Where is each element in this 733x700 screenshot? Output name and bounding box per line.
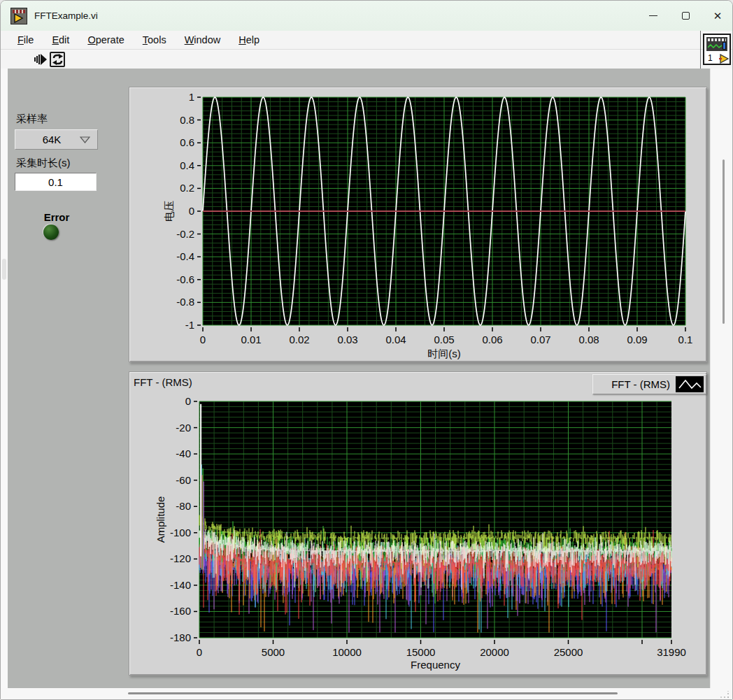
sample-rate-dropdown[interactable]: 64K — [15, 129, 98, 150]
svg-text:0.6: 0.6 — [180, 136, 194, 148]
svg-text:1: 1 — [189, 91, 194, 103]
run-continuously-icon — [52, 54, 64, 65]
svg-text:-0.6: -0.6 — [176, 273, 194, 285]
error-led[interactable] — [43, 224, 59, 240]
titlebar[interactable]: FFTExample.vi ✕ — [1, 1, 733, 31]
fft-chart-svg: 0-20-40-60-80-100-120-140-160-1800500010… — [129, 372, 708, 676]
svg-text:0.06: 0.06 — [482, 334, 502, 345]
svg-text:-180: -180 — [170, 631, 191, 643]
svg-text:-1: -1 — [185, 319, 194, 331]
chevron-down-icon — [80, 136, 90, 143]
svg-text:0.07: 0.07 — [530, 334, 550, 345]
menu-file[interactable]: File — [10, 32, 41, 48]
resize-grip[interactable] — [720, 691, 730, 699]
labview-vi-icon — [10, 8, 27, 24]
svg-text:-20: -20 — [176, 422, 191, 434]
sample-rate-label: 采样率 — [16, 113, 48, 126]
run-button[interactable] — [33, 52, 48, 67]
svg-text:25000: 25000 — [554, 646, 583, 658]
minimize-button[interactable] — [637, 1, 669, 31]
run-continuously-button[interactable] — [50, 52, 65, 67]
time-chart-y-axis-title: 电压 — [163, 201, 176, 222]
panel-page-number: 1 — [708, 53, 713, 63]
window-buttons: ✕ — [637, 1, 733, 31]
svg-text:0: 0 — [185, 395, 191, 407]
duration-input[interactable]: 0.1 — [15, 173, 97, 191]
front-panel: 采样率 64K 采集时长(s) 0.1 Error 10.80.60.40.20… — [8, 69, 710, 688]
svg-text:-100: -100 — [170, 527, 191, 538]
svg-text:-120: -120 — [170, 552, 191, 564]
svg-text:0.1: 0.1 — [678, 334, 693, 345]
toolbar — [1, 50, 733, 69]
minimize-icon — [649, 15, 657, 17]
svg-text:0.05: 0.05 — [434, 334, 454, 345]
time-chart[interactable]: 10.80.60.40.20-0.2-0.4-0.6-0.8-100.010.0… — [129, 87, 707, 362]
svg-text:0.4: 0.4 — [180, 159, 194, 171]
svg-text:0.01: 0.01 — [241, 334, 261, 345]
panel-run-arrow-icon — [719, 54, 730, 64]
svg-text:10000: 10000 — [332, 646, 362, 658]
sample-rate-value: 64K — [15, 134, 80, 145]
panel-icon-trace — [708, 43, 723, 50]
menu-edit[interactable]: Edit — [45, 32, 76, 48]
svg-text:-80: -80 — [176, 500, 191, 512]
vi-icon-arrow — [13, 13, 25, 23]
svg-text:0.2: 0.2 — [180, 182, 194, 194]
left-scroll-thumb[interactable] — [2, 259, 6, 280]
close-button[interactable]: ✕ — [702, 1, 733, 31]
svg-text:15000: 15000 — [406, 646, 436, 658]
front-panel-icon[interactable]: 1 — [703, 34, 731, 65]
menu-tools[interactable]: Tools — [136, 32, 173, 48]
panel-icon-slider — [723, 42, 726, 50]
svg-text:-40: -40 — [176, 448, 191, 459]
error-label: Error — [8, 211, 106, 223]
svg-text:5000: 5000 — [262, 646, 285, 658]
time-chart-svg: 10.80.60.40.20-0.2-0.4-0.6-0.8-100.010.0… — [129, 87, 708, 363]
toolbar-separator — [700, 31, 701, 69]
svg-text:0.08: 0.08 — [578, 334, 599, 345]
maximize-button[interactable] — [669, 1, 702, 31]
maximize-icon — [682, 12, 690, 20]
menu-operate[interactable]: Operate — [80, 32, 131, 48]
svg-text:-160: -160 — [170, 605, 191, 617]
menu-window[interactable]: Window — [178, 32, 228, 48]
duration-label: 采集时长(s) — [16, 157, 71, 170]
svg-text:0.09: 0.09 — [627, 334, 647, 345]
svg-text:-0.8: -0.8 — [176, 296, 194, 308]
fft-chart-y-axis-title: Amplitude — [155, 497, 166, 543]
menubar: File Edit Operate Tools Window Help — [1, 31, 733, 50]
svg-text:-140: -140 — [170, 579, 191, 591]
window-title: FFTExample.vi — [34, 10, 98, 21]
fft-chart[interactable]: FFT - (RMS) FFT - (RMS) 0-20-40-60-80-10… — [129, 371, 707, 676]
svg-text:20000: 20000 — [480, 646, 509, 658]
fft-chart-x-axis-title: Frequency — [199, 659, 671, 671]
svg-text:0.02: 0.02 — [289, 334, 309, 345]
panel-screen-icon — [706, 37, 727, 51]
vertical-scroll-thumb[interactable] — [723, 159, 725, 324]
svg-text:0: 0 — [197, 646, 202, 658]
svg-text:0.04: 0.04 — [385, 334, 406, 345]
run-arrow-icon — [34, 53, 48, 66]
svg-text:31990: 31990 — [657, 646, 686, 658]
panel-icon-buttons — [708, 38, 726, 41]
svg-text:-0.4: -0.4 — [176, 250, 194, 262]
svg-text:0.03: 0.03 — [337, 334, 357, 345]
svg-text:-0.2: -0.2 — [176, 228, 194, 240]
svg-text:-60: -60 — [176, 474, 191, 486]
close-icon: ✕ — [713, 10, 723, 21]
vertical-scrollbar[interactable] — [710, 69, 733, 700]
svg-text:0.8: 0.8 — [180, 114, 194, 126]
svg-text:0: 0 — [200, 334, 206, 345]
time-chart-x-axis-title: 时间(s) — [203, 348, 685, 361]
vi-window: FFTExample.vi ✕ File Edit Operate Tools … — [0, 0, 733, 700]
left-scroll-track[interactable] — [1, 69, 8, 688]
horizontal-scroll-thumb[interactable] — [128, 692, 618, 694]
menu-help[interactable]: Help — [232, 32, 266, 48]
svg-text:0: 0 — [189, 205, 194, 217]
